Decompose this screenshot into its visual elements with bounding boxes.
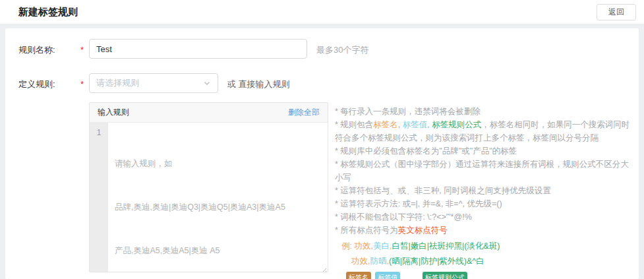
page-title: 新建标签规则 bbox=[18, 6, 78, 18]
top-bar: 新建标签规则 返回 bbox=[0, 0, 644, 24]
help-panel: * 每行录入一条规则，违禁词将会被删除 * 规则包含标签名, 标签值, 标签规则… bbox=[335, 105, 637, 279]
resize-grip-icon[interactable] bbox=[320, 264, 327, 271]
rule-name-required-star: * bbox=[80, 45, 84, 55]
bullet2-tag-value: 标签值 bbox=[403, 120, 428, 129]
help-bullet-operator-types: * 运算符包括与、或、非三种, 同时词根之间支持优先级设置 bbox=[335, 184, 637, 197]
rule-select-placeholder: 请选择规则 bbox=[96, 77, 139, 89]
help-bullet-one-rule-per-line: * 每行录入一条规则，违禁词将会被删除 bbox=[335, 105, 637, 118]
example2-formula: (晒|隔离|防护|紫外线)&^白 bbox=[389, 257, 484, 266]
back-button[interactable]: 返回 bbox=[597, 4, 636, 20]
or-direct-input-text: 或 直接输入规则 bbox=[227, 78, 290, 90]
bullet2-tag-formula: 标签规则公式 bbox=[432, 120, 481, 129]
define-rule-required-star: * bbox=[80, 79, 84, 89]
bullet8-prefix: * 所有标点符号为 bbox=[335, 226, 398, 235]
editor-placeholder-line: 品牌,奥迪,奥迪|奥迪Q3|奥迪Q5|奥迪A3|奥迪A5 bbox=[115, 200, 324, 214]
rule-editor-textarea[interactable]: 请输入规则，如 品牌,奥迪,奥迪|奥迪Q3|奥迪Q5|奥迪A3|奥迪A5 产品,… bbox=[115, 127, 324, 272]
example2-name: 功效 bbox=[351, 257, 368, 266]
rule-editor-title: 输入规则 bbox=[98, 107, 129, 118]
badge-tag-name: 标签名 bbox=[346, 272, 371, 279]
define-rule-label: 定义规则: bbox=[18, 78, 55, 90]
help-bullet-forbidden-chars: * 词根不能包含以下字符: \:?<>"'*@!% bbox=[335, 210, 637, 224]
help-example-line2: 功效,防晒,(晒|隔离|防护|紫外线)&^白 bbox=[335, 256, 637, 267]
badge-tag-formula: 标签规则公式 bbox=[423, 272, 467, 279]
example1-name: 功效 bbox=[354, 241, 370, 251]
editor-placeholder-line: 请输入规则，如 bbox=[115, 156, 324, 171]
bullet2-tag-name: 标签名 bbox=[373, 120, 398, 129]
help-bullet-formula-operators: * 标签规则公式（图中绿字部分）通过运算符来连接所有词根，规则公式不区分大小写 bbox=[335, 158, 637, 184]
line-number-gutter: 1 bbox=[90, 123, 108, 272]
bullet2-prefix: * 规则包含 bbox=[335, 120, 373, 129]
bullet2-sep1: , bbox=[398, 120, 403, 129]
rule-editor-panel: 输入规则 删除全部 1 请输入规则，如 品牌,奥迪,奥迪|奥迪Q3|奥迪Q5|奥… bbox=[89, 102, 328, 272]
example1-formula: 白皙|嫩白|祛斑抑黑|(淡化&斑) bbox=[392, 241, 500, 251]
example2-value: 防晒 bbox=[370, 257, 386, 266]
help-example-line1: 例: 功效,美白,白皙|嫩白|祛斑抑黑|(淡化&斑) bbox=[335, 241, 637, 252]
delete-all-link[interactable]: 删除全部 bbox=[288, 107, 320, 118]
form-card: 规则名称: * 最多30个字符 定义规则: * 请选择规则 或 直接输入规则 输… bbox=[5, 28, 639, 279]
badge-tag-value: 标签值 bbox=[375, 272, 400, 279]
help-bullet-operator-notation: * 运算符表示方法: 或=|, 并=&, 非=^, 优先级=() bbox=[335, 197, 637, 210]
help-bullet-english-punctuation: * 所有标点符号为英文标点符号 bbox=[335, 224, 637, 237]
rule-name-input[interactable] bbox=[89, 39, 307, 59]
bullet8-highlight: 英文标点符号 bbox=[398, 226, 448, 235]
help-bullet-rule-contains: * 规则包含标签名, 标签值, 标签规则公式，标签名相同时，如果同一个搜索词同时… bbox=[335, 118, 637, 144]
line-number: 1 bbox=[90, 128, 108, 137]
legend-badges: 标签名 标签值 标签规则公式 bbox=[335, 270, 637, 279]
chevron-down-icon bbox=[203, 79, 211, 87]
example-label: 例: bbox=[341, 241, 354, 251]
rule-editor-body: 1 请输入规则，如 品牌,奥迪,奥迪|奥迪Q3|奥迪Q5|奥迪A3|奥迪A5 产… bbox=[90, 123, 328, 272]
rule-name-hint: 最多30个字符 bbox=[316, 44, 368, 56]
rule-select[interactable]: 请选择规则 bbox=[89, 73, 218, 93]
rule-name-label: 规则名称: bbox=[18, 44, 55, 56]
example1-value: 美白 bbox=[373, 241, 390, 251]
help-bullet-library-must-contain: * 规则库中必须包含标签名为"品牌"或"产品"的标签 bbox=[335, 144, 637, 158]
editor-placeholder-line: 产品,奥迪A5,奥迪A5|奥迪 A5 bbox=[115, 243, 324, 258]
rule-editor-header: 输入规则 删除全部 bbox=[90, 103, 328, 123]
